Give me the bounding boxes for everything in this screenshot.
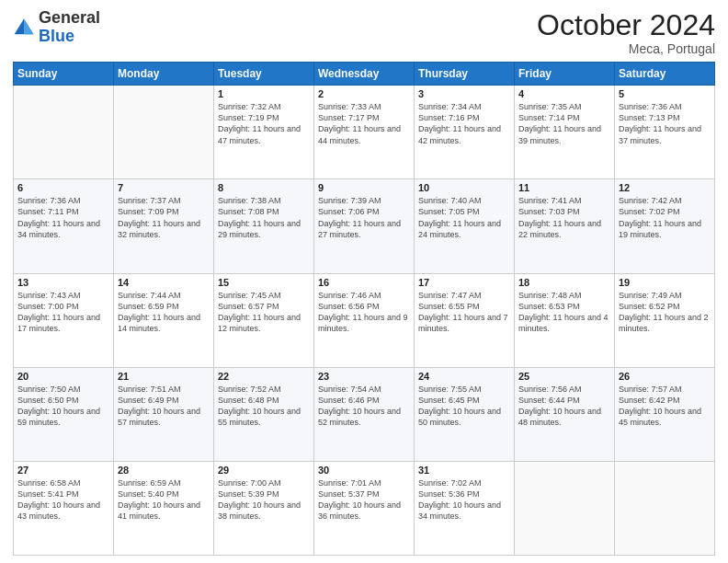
day-number: 14 — [118, 277, 210, 288]
week-row-5: 27Sunrise: 6:58 AM Sunset: 5:41 PM Dayli… — [14, 461, 715, 555]
day-info: Sunrise: 7:01 AM Sunset: 5:37 PM Dayligh… — [318, 477, 410, 523]
day-number: 4 — [518, 88, 610, 99]
day-info: Sunrise: 6:59 AM Sunset: 5:40 PM Dayligh… — [118, 477, 210, 523]
day-number: 21 — [118, 371, 210, 382]
weekday-header-thursday: Thursday — [415, 63, 515, 86]
day-number: 27 — [17, 465, 109, 476]
day-number: 28 — [118, 465, 210, 476]
day-number: 24 — [418, 371, 510, 382]
week-row-1: 1Sunrise: 7:32 AM Sunset: 7:19 PM Daylig… — [14, 86, 715, 179]
day-number: 1 — [218, 88, 310, 99]
day-info: Sunrise: 7:34 AM Sunset: 7:16 PM Dayligh… — [418, 101, 510, 146]
day-number: 19 — [619, 277, 711, 288]
logo-general: General — [39, 8, 100, 27]
day-cell — [615, 461, 715, 555]
logo-blue: Blue — [39, 27, 74, 45]
weekday-header-saturday: Saturday — [615, 63, 715, 86]
day-number: 30 — [318, 465, 410, 476]
weekday-header-monday: Monday — [114, 63, 214, 86]
day-number: 20 — [17, 371, 109, 382]
day-number: 17 — [418, 277, 510, 288]
day-cell: 16Sunrise: 7:46 AM Sunset: 6:56 PM Dayli… — [314, 273, 415, 367]
day-number: 16 — [318, 277, 410, 288]
day-cell: 26Sunrise: 7:57 AM Sunset: 6:42 PM Dayli… — [615, 367, 715, 461]
day-info: Sunrise: 7:32 AM Sunset: 7:19 PM Dayligh… — [218, 101, 310, 146]
day-cell: 14Sunrise: 7:44 AM Sunset: 6:59 PM Dayli… — [114, 273, 214, 367]
day-number: 11 — [518, 182, 610, 193]
day-info: Sunrise: 7:44 AM Sunset: 6:59 PM Dayligh… — [118, 290, 210, 335]
day-info: Sunrise: 7:36 AM Sunset: 7:13 PM Dayligh… — [619, 101, 711, 146]
day-info: Sunrise: 7:51 AM Sunset: 6:49 PM Dayligh… — [118, 384, 210, 429]
weekday-header-sunday: Sunday — [14, 63, 114, 86]
day-info: Sunrise: 7:48 AM Sunset: 6:53 PM Dayligh… — [518, 290, 610, 335]
day-number: 2 — [318, 88, 410, 99]
day-info: Sunrise: 7:49 AM Sunset: 6:52 PM Dayligh… — [619, 290, 711, 335]
day-info: Sunrise: 7:38 AM Sunset: 7:08 PM Dayligh… — [218, 195, 310, 240]
logo: General Blue — [13, 9, 100, 46]
page: General Blue October 2024 Meca, Portugal… — [0, 0, 728, 563]
day-cell: 11Sunrise: 7:41 AM Sunset: 7:03 PM Dayli… — [515, 179, 615, 273]
day-info: Sunrise: 7:57 AM Sunset: 6:42 PM Dayligh… — [619, 384, 711, 429]
day-cell: 29Sunrise: 7:00 AM Sunset: 5:39 PM Dayli… — [214, 461, 314, 555]
day-number: 5 — [619, 88, 711, 99]
day-cell — [14, 86, 114, 179]
day-info: Sunrise: 7:40 AM Sunset: 7:05 PM Dayligh… — [418, 195, 510, 240]
svg-marker-1 — [24, 18, 33, 34]
logo-icon — [13, 17, 35, 39]
day-cell: 24Sunrise: 7:55 AM Sunset: 6:45 PM Dayli… — [415, 367, 515, 461]
day-info: Sunrise: 7:46 AM Sunset: 6:56 PM Dayligh… — [318, 290, 410, 335]
day-number: 12 — [619, 182, 711, 193]
day-info: Sunrise: 7:52 AM Sunset: 6:48 PM Dayligh… — [218, 384, 310, 429]
day-info: Sunrise: 6:58 AM Sunset: 5:41 PM Dayligh… — [17, 477, 109, 523]
calendar-table: SundayMondayTuesdayWednesdayThursdayFrid… — [13, 62, 715, 556]
day-cell — [114, 86, 214, 179]
day-info: Sunrise: 7:47 AM Sunset: 6:55 PM Dayligh… — [418, 290, 510, 335]
day-cell: 31Sunrise: 7:02 AM Sunset: 5:36 PM Dayli… — [415, 461, 515, 555]
day-cell: 23Sunrise: 7:54 AM Sunset: 6:46 PM Dayli… — [314, 367, 415, 461]
day-cell: 25Sunrise: 7:56 AM Sunset: 6:44 PM Dayli… — [515, 367, 615, 461]
day-number: 26 — [619, 371, 711, 382]
day-cell: 18Sunrise: 7:48 AM Sunset: 6:53 PM Dayli… — [515, 273, 615, 367]
day-cell: 1Sunrise: 7:32 AM Sunset: 7:19 PM Daylig… — [214, 86, 314, 179]
day-cell: 9Sunrise: 7:39 AM Sunset: 7:06 PM Daylig… — [314, 179, 415, 273]
day-cell: 19Sunrise: 7:49 AM Sunset: 6:52 PM Dayli… — [615, 273, 715, 367]
day-cell: 28Sunrise: 6:59 AM Sunset: 5:40 PM Dayli… — [114, 461, 214, 555]
day-number: 6 — [17, 182, 109, 193]
day-cell: 17Sunrise: 7:47 AM Sunset: 6:55 PM Dayli… — [415, 273, 515, 367]
weekday-header-tuesday: Tuesday — [214, 63, 314, 86]
day-info: Sunrise: 7:00 AM Sunset: 5:39 PM Dayligh… — [218, 477, 310, 523]
weekday-header-friday: Friday — [515, 63, 615, 86]
day-info: Sunrise: 7:37 AM Sunset: 7:09 PM Dayligh… — [118, 195, 210, 240]
day-cell: 22Sunrise: 7:52 AM Sunset: 6:48 PM Dayli… — [214, 367, 314, 461]
day-cell — [515, 461, 615, 555]
day-number: 29 — [218, 465, 310, 476]
day-info: Sunrise: 7:02 AM Sunset: 5:36 PM Dayligh… — [418, 477, 510, 523]
day-cell: 20Sunrise: 7:50 AM Sunset: 6:50 PM Dayli… — [14, 367, 114, 461]
day-number: 7 — [118, 182, 210, 193]
day-cell: 10Sunrise: 7:40 AM Sunset: 7:05 PM Dayli… — [415, 179, 515, 273]
day-cell: 3Sunrise: 7:34 AM Sunset: 7:16 PM Daylig… — [415, 86, 515, 179]
day-info: Sunrise: 7:33 AM Sunset: 7:17 PM Dayligh… — [318, 101, 410, 146]
day-info: Sunrise: 7:50 AM Sunset: 6:50 PM Dayligh… — [17, 384, 109, 429]
day-number: 9 — [318, 182, 410, 193]
day-number: 13 — [17, 277, 109, 288]
week-row-3: 13Sunrise: 7:43 AM Sunset: 7:00 PM Dayli… — [14, 273, 715, 367]
day-number: 31 — [418, 465, 510, 476]
day-info: Sunrise: 7:39 AM Sunset: 7:06 PM Dayligh… — [318, 195, 410, 240]
month-title: October 2024 — [537, 9, 715, 41]
day-cell: 2Sunrise: 7:33 AM Sunset: 7:17 PM Daylig… — [314, 86, 415, 179]
day-number: 8 — [218, 182, 310, 193]
day-info: Sunrise: 7:35 AM Sunset: 7:14 PM Dayligh… — [518, 101, 610, 146]
day-number: 25 — [518, 371, 610, 382]
day-number: 18 — [518, 277, 610, 288]
week-row-4: 20Sunrise: 7:50 AM Sunset: 6:50 PM Dayli… — [14, 367, 715, 461]
weekday-header-row: SundayMondayTuesdayWednesdayThursdayFrid… — [14, 63, 715, 86]
day-cell: 5Sunrise: 7:36 AM Sunset: 7:13 PM Daylig… — [615, 86, 715, 179]
day-info: Sunrise: 7:36 AM Sunset: 7:11 PM Dayligh… — [17, 195, 109, 240]
day-info: Sunrise: 7:55 AM Sunset: 6:45 PM Dayligh… — [418, 384, 510, 429]
day-cell: 30Sunrise: 7:01 AM Sunset: 5:37 PM Dayli… — [314, 461, 415, 555]
day-cell: 15Sunrise: 7:45 AM Sunset: 6:57 PM Dayli… — [214, 273, 314, 367]
header: General Blue October 2024 Meca, Portugal — [13, 9, 715, 56]
day-cell: 13Sunrise: 7:43 AM Sunset: 7:00 PM Dayli… — [14, 273, 114, 367]
day-info: Sunrise: 7:42 AM Sunset: 7:02 PM Dayligh… — [619, 195, 711, 240]
